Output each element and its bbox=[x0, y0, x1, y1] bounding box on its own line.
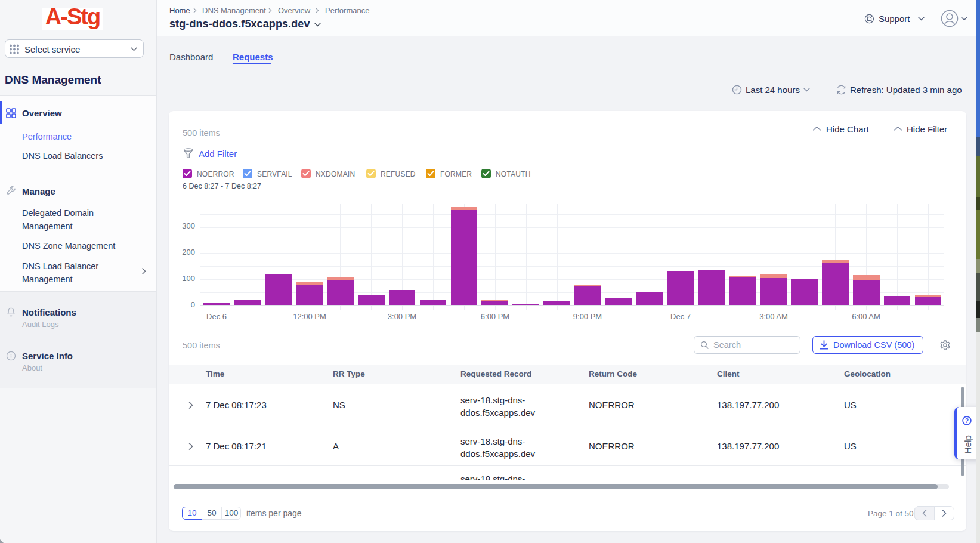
svg-text:?: ? bbox=[965, 418, 969, 424]
